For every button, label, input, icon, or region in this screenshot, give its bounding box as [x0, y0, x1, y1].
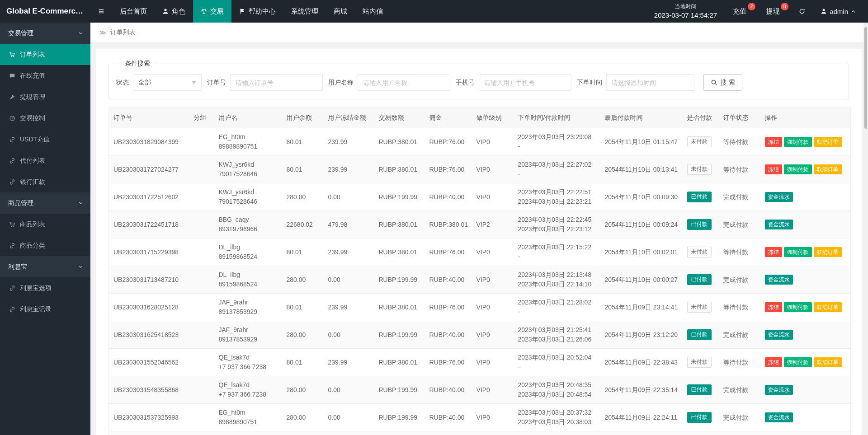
commission-cell: RUBP:76.00 — [425, 156, 472, 183]
status-select[interactable]: 全部 — [133, 74, 202, 91]
order-time-input[interactable] — [606, 74, 694, 91]
sidebar-item-goods-category[interactable]: 商品分类 — [0, 235, 90, 256]
group-cell — [189, 431, 214, 435]
freeze-button[interactable]: 冻结 — [765, 302, 782, 312]
nav-item-home[interactable]: 后台首页 — [112, 0, 155, 23]
sidebar-item-withdraw-mgmt[interactable]: 提现管理 — [0, 86, 90, 108]
column-header: 订单号 — [109, 108, 189, 128]
amount-cell: RUBP:199.99 — [374, 183, 425, 211]
level-cell: VIP0 — [472, 404, 514, 431]
flow-button[interactable]: 资金流水 — [765, 220, 793, 229]
paid-cell: 已付款 — [683, 266, 719, 294]
cart-icon — [9, 221, 15, 228]
level-cell: VIP0 — [472, 266, 514, 294]
balance-cell: 80.01 — [282, 156, 324, 183]
table-row: UB2303031452247590JG_9pznu7917775440080.… — [109, 431, 851, 435]
order-no-cell: UB2303031715229398 — [109, 239, 189, 266]
search-button[interactable]: 搜 索 — [703, 74, 742, 91]
sidebar-item-bank-transfer[interactable]: 银行汇款 — [0, 171, 90, 192]
order-no-input[interactable] — [230, 74, 323, 91]
amount-cell: RUBP:199.99 — [374, 321, 425, 349]
scrollbar-thumb[interactable] — [864, 27, 867, 129]
sidebar-item-payout-list[interactable]: 代付列表 — [0, 150, 90, 171]
admin-label: admin — [830, 8, 848, 15]
username-input[interactable] — [358, 74, 450, 91]
link-icon — [9, 158, 15, 164]
freeze-button[interactable]: 冻结 — [765, 164, 782, 174]
sidebar-group-trade-mgmt[interactable]: 交易管理 — [0, 23, 90, 44]
freeze-button[interactable]: 冻结 — [765, 137, 782, 147]
refresh-button[interactable] — [791, 0, 813, 23]
cancel-button[interactable]: 取消订单 — [814, 247, 842, 257]
sidebar-item-interest-options[interactable]: 利息宝选项 — [0, 277, 90, 299]
link-icon — [9, 243, 15, 249]
sidebar-item-usdt-recharge[interactable]: USDT充值 — [0, 129, 90, 150]
phone-input[interactable] — [479, 74, 571, 91]
search-button-label: 搜 索 — [721, 79, 735, 87]
nav-item-trade[interactable]: 交易 — [193, 0, 231, 23]
paid-cell: 未付款 — [683, 431, 719, 435]
sidebar-group-interest[interactable]: 利息宝 — [0, 256, 90, 277]
force-button[interactable]: 强制付款 — [784, 302, 812, 312]
flow-button[interactable]: 资金流水 — [765, 330, 793, 340]
freeze-button[interactable]: 冻结 — [765, 357, 782, 367]
withdraw-button[interactable]: 提现 0 — [758, 0, 791, 23]
cancel-button[interactable]: 取消订单 — [814, 357, 842, 367]
flow-button[interactable]: 资金流水 — [765, 192, 793, 202]
recharge-button[interactable]: 充值 2 — [725, 0, 758, 23]
group-cell — [189, 211, 214, 239]
sidebar-item-goods-list[interactable]: 商品列表 — [0, 214, 90, 235]
menu-toggle-button[interactable] — [90, 0, 112, 23]
amount-cell: RUBP:380.01 — [374, 239, 425, 266]
nav-item-system[interactable]: 系统管理 — [283, 0, 326, 23]
last-pay-time-cell: 2054年11月09日 23:14:41 — [600, 294, 683, 321]
table-row: UB2303031727024277KWJ_ysr6kd790175286468… — [109, 156, 851, 183]
column-header: 用户名 — [214, 108, 282, 128]
table-row: UB2303031713487210DL_ilbg89159868524280.… — [109, 266, 851, 294]
flow-button[interactable]: 资金流水 — [765, 412, 793, 422]
order-pay-time-cell: 2023年03月03日 19:52:24- — [514, 431, 600, 435]
withdraw-badge: 0 — [781, 3, 788, 10]
amount-cell: RUBP:380.01 — [374, 211, 425, 239]
column-header: 最后付款时间 — [600, 108, 683, 128]
page-scrollbar[interactable] — [863, 23, 868, 435]
freeze-button[interactable]: 冻结 — [765, 247, 782, 257]
last-pay-time-cell: 2054年11月10日 00:09:24 — [600, 211, 683, 239]
group-cell — [189, 156, 214, 183]
order-pay-time-cell: 2023年03月03日 22:22:512023年03月03日 22:23:21 — [514, 183, 600, 211]
nav-item-roles[interactable]: 角色 — [155, 0, 193, 23]
chat-icon — [9, 73, 15, 79]
commission-cell: RUBP:40.00 — [425, 376, 472, 404]
force-button[interactable]: 强制付款 — [784, 357, 812, 367]
force-button[interactable]: 强制付款 — [784, 247, 812, 257]
user-cell: BBG_caqy89319796966 — [214, 211, 282, 239]
last-pay-time-cell: 2054年11月10日 00:09:30 — [600, 183, 683, 211]
status-label: 状态 — [116, 79, 129, 87]
sidebar-item-trade-control[interactable]: 交易控制 — [0, 108, 90, 129]
nav-item-mall[interactable]: 商城 — [326, 0, 355, 23]
cancel-button[interactable]: 取消订单 — [814, 137, 842, 147]
paid-cell: 已付款 — [683, 211, 719, 239]
nav-item-help-center[interactable]: 帮助中心 — [231, 0, 283, 23]
sidebar-item-order-list[interactable]: 订单列表 — [0, 44, 90, 65]
frozen-cell: 0.00 — [324, 321, 374, 349]
cancel-button[interactable]: 取消订单 — [814, 164, 842, 174]
sidebar-item-online-recharge[interactable]: 在线充值 — [0, 65, 90, 86]
order-no-cell: UB2303031722512602 — [109, 183, 189, 211]
admin-menu[interactable]: admin — [813, 0, 863, 23]
content: 条件搜索 状态全部订单号用户名称手机号下单时间 搜 索 订单号分组用户名用户余额… — [90, 42, 868, 435]
status-cell: 完成付款 — [719, 266, 760, 294]
flow-button[interactable]: 资金流水 — [765, 275, 793, 285]
sidebar-group-goods-mgmt[interactable]: 商品管理 — [0, 192, 90, 214]
flow-button[interactable]: 资金流水 — [765, 385, 793, 395]
sidebar-item-interest-records[interactable]: 利息宝记录 — [0, 299, 90, 320]
frozen-cell: 239.99 — [324, 128, 374, 156]
actions-cell: 冻结强制付款取消订单 — [760, 431, 851, 435]
force-button[interactable]: 强制付款 — [784, 137, 812, 147]
paid-cell: 已付款 — [683, 404, 719, 431]
actions-cell: 资金流水 — [760, 266, 851, 294]
nav-item-site-mail[interactable]: 站内信 — [355, 0, 391, 23]
cancel-button[interactable]: 取消订单 — [814, 302, 842, 312]
order-no-cell: UB2303031713487210 — [109, 266, 189, 294]
force-button[interactable]: 强制付款 — [784, 164, 812, 174]
